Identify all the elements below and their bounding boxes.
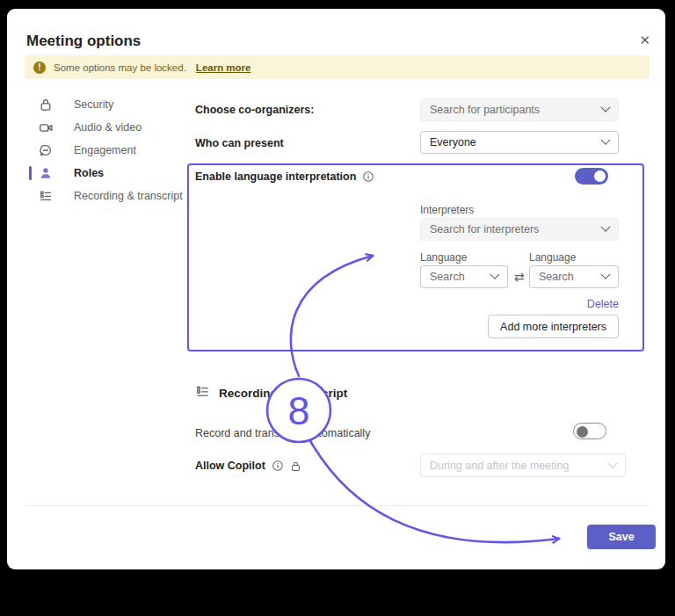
close-icon[interactable]: ✕ — [639, 33, 650, 48]
language-label-left: Language — [420, 251, 467, 264]
lock-icon — [37, 96, 54, 113]
sidebar-item-audio-video[interactable]: Audio & video — [25, 116, 192, 139]
warning-icon: ! — [33, 62, 46, 74]
add-more-interpreters-button[interactable]: Add more interpreters — [488, 315, 619, 338]
meeting-options-dialog: Meeting options ✕ ! Some options may be … — [7, 9, 665, 569]
page-title: Meeting options — [26, 33, 141, 50]
selected-indicator — [29, 166, 32, 180]
record-transcribe-label: Record and transcribe automatically — [195, 427, 370, 439]
sidebar-item-label: Security — [74, 98, 113, 111]
info-icon[interactable] — [272, 460, 284, 472]
info-icon[interactable] — [362, 170, 374, 183]
sidebar-item-label: Audio & video — [74, 121, 142, 134]
footer-divider — [25, 505, 648, 506]
person-icon — [37, 164, 54, 182]
sidebar-item-label: Engagement — [74, 144, 136, 156]
allow-copilot-label: Allow Copilot — [195, 460, 301, 472]
language-dropdown-right[interactable]: Search — [529, 265, 619, 288]
language-interpretation-label: Enable language interpretation — [195, 170, 374, 183]
save-button[interactable]: Save — [587, 525, 656, 549]
interpreters-dropdown[interactable]: Search for interpreters — [420, 218, 619, 241]
screenshot-stage: Meeting options ✕ ! Some options may be … — [0, 0, 675, 616]
who-can-present-label: Who can present — [195, 137, 284, 149]
record-transcribe-toggle[interactable] — [573, 423, 606, 439]
camera-icon — [37, 119, 54, 136]
sidebar-item-engagement[interactable]: Engagement — [25, 139, 192, 162]
sidebar-item-label: Recording & transcript — [74, 190, 183, 202]
language-dropdown-left[interactable]: Search — [420, 265, 508, 288]
list-icon — [37, 187, 54, 205]
banner-text: Some options may be locked. — [54, 62, 186, 73]
recording-section-header: Recording & transcript — [195, 384, 347, 402]
warning-banner: ! Some options may be locked. Learn more — [25, 55, 650, 79]
chat-bubble-icon — [37, 141, 54, 159]
chevron-down-icon — [490, 270, 499, 279]
sidebar-item-roles[interactable]: Roles — [25, 162, 192, 185]
learn-more-link[interactable]: Learn more — [196, 62, 251, 73]
interpreters-label: Interpreters — [420, 204, 474, 216]
copilot-dropdown: During and after the meeting — [420, 453, 626, 477]
chevron-down-icon — [600, 270, 610, 279]
co-organizers-dropdown[interactable]: Search for participants — [420, 98, 619, 121]
lock-icon — [290, 460, 301, 472]
co-organizers-label: Choose co-organizers: — [195, 104, 314, 116]
language-interpretation-toggle[interactable] — [575, 168, 608, 185]
chevron-down-icon — [607, 458, 617, 467]
language-label-right: Language — [529, 251, 576, 264]
list-icon — [195, 384, 210, 402]
sidebar-item-recording-transcript[interactable]: Recording & transcript — [25, 185, 192, 207]
chevron-down-icon — [600, 222, 610, 232]
chevron-down-icon — [600, 103, 610, 112]
sidebar-item-security[interactable]: Security — [25, 93, 192, 116]
swap-languages-icon: ⇄ — [514, 270, 525, 284]
who-can-present-dropdown[interactable]: Everyone — [420, 131, 619, 154]
delete-link[interactable]: Delete — [420, 298, 619, 310]
chevron-down-icon — [600, 135, 610, 145]
recording-section-title: Recording & transcript — [219, 387, 347, 400]
sidebar: Security Audio & video — [25, 93, 192, 207]
sidebar-item-label: Roles — [74, 167, 104, 179]
